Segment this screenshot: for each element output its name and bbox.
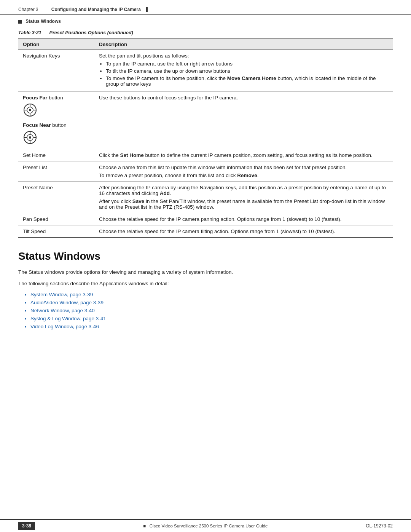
cell-desc-preset-list: Choose a name from this list to update t…: [94, 161, 393, 182]
table-caption-title: Preset Positions Options (continued): [49, 30, 133, 35]
cell-option-preset-list: Preset List: [18, 161, 94, 182]
table-caption: Table 3-21 Preset Positions Options (con…: [18, 30, 393, 35]
link-system-window[interactable]: System Window, page 3-39: [30, 292, 93, 297]
option-label-pan-speed: Pan Speed: [23, 216, 48, 222]
header-bar: [146, 7, 148, 12]
list-item: Network Window, page 3-40: [30, 308, 393, 313]
breadcrumb-text: Status Windows: [25, 19, 61, 24]
cell-option-pan-speed: Pan Speed: [18, 213, 94, 225]
desc-intro: Set the pan and tilt positions as follow…: [99, 53, 388, 59]
preset-list-desc2: To remove a preset position, choose it f…: [99, 173, 388, 178]
status-links-list: System Window, page 3-39 Audio/Video Win…: [30, 292, 393, 329]
cell-desc-pan-speed: Choose the relative speed for the IP cam…: [94, 213, 393, 225]
svg-point-9: [29, 136, 31, 139]
preset-name-desc1: After positioning the IP camera by using…: [99, 185, 388, 196]
list-item: Syslog & Log Window, page 3-41: [30, 316, 393, 321]
section-intro-2: The following sections describe the Appl…: [18, 280, 393, 288]
option-label-preset-name: Preset Name: [23, 185, 53, 190]
cell-option-preset-name: Preset Name: [18, 182, 94, 213]
footer-doc-title: ■ Cisco Video Surveillance 2500 Series I…: [143, 524, 268, 528]
focus-desc: Use these buttons to control focus setti…: [99, 95, 238, 101]
col-header-desc: Description: [94, 39, 393, 50]
main-content: Table 3-21 Preset Positions Options (con…: [0, 30, 411, 329]
cell-desc-preset-name: After positioning the IP camera by using…: [94, 182, 393, 213]
option-label-preset-list: Preset List: [23, 165, 47, 170]
table-row: Preset Name After positioning the IP cam…: [18, 182, 393, 213]
col-header-option: Option: [18, 39, 94, 50]
table-row: Focus Far button Focus Near button: [18, 92, 393, 149]
preset-name-desc2: After you click Save in the Set Pan/Tilt…: [99, 198, 388, 210]
cell-option-focus: Focus Far button Focus Near button: [18, 92, 94, 149]
option-label-set-home: Set Home: [23, 152, 46, 158]
list-item: Video Log Window, page 3-46: [30, 324, 393, 329]
cell-desc-navigation-keys: Set the pan and tilt positions as follow…: [94, 50, 393, 92]
table-caption-label: Table 3-21: [18, 30, 41, 35]
cell-option-tilt-speed: Tilt Speed: [18, 225, 94, 238]
focus-near-label: Focus Near button: [23, 122, 90, 128]
list-item: To tilt the IP camera, use the up or dow…: [106, 68, 388, 74]
focus-near-icon: [23, 130, 37, 145]
cell-desc-set-home: Click the Set Home button to define the …: [94, 149, 393, 161]
cell-option-navigation-keys: Navigation Keys: [18, 50, 94, 92]
footer-doc-num: OL-19273-02: [366, 523, 393, 529]
cell-desc-focus: Use these buttons to control focus setti…: [94, 92, 393, 149]
table-header-row: Option Description: [18, 39, 393, 50]
tilt-speed-desc: Choose the relative speed for the IP cam…: [99, 228, 335, 234]
list-item: System Window, page 3-39: [30, 292, 393, 297]
table-row: Preset List Choose a name from this list…: [18, 161, 393, 182]
table-row: Set Home Click the Set Home button to de…: [18, 149, 393, 161]
link-video-log-window[interactable]: Video Log Window, page 3-46: [30, 324, 99, 329]
section-heading: Status Windows: [18, 250, 393, 262]
breadcrumb-bar: [18, 20, 22, 24]
footer-title-text: Cisco Video Surveillance 2500 Series IP …: [150, 524, 268, 528]
focus-far-icon: [23, 103, 37, 117]
page-footer: 3-38 ■ Cisco Video Surveillance 2500 Ser…: [0, 519, 411, 532]
option-label-navigation-keys: Navigation Keys: [23, 53, 60, 59]
preset-list-desc1: Choose a name from this list to update t…: [99, 165, 388, 170]
set-home-desc: Click the Set Home button to define the …: [99, 152, 373, 158]
cell-option-set-home: Set Home: [18, 149, 94, 161]
table-caption-spacer: [43, 30, 48, 35]
link-syslog-window[interactable]: Syslog & Log Window, page 3-41: [30, 316, 106, 321]
pan-speed-desc: Choose the relative speed for the IP cam…: [99, 216, 342, 222]
breadcrumb: Status Windows: [0, 17, 411, 28]
header-title: Configuring and Managing the IP Camera: [51, 7, 141, 12]
section-intro-1: The Status windows provide options for v…: [18, 268, 393, 276]
table-row: Tilt Speed Choose the relative speed for…: [18, 225, 393, 238]
svg-point-2: [29, 109, 31, 111]
focus-far-label: Focus Far button: [23, 95, 90, 101]
list-item: To move the IP camera to its home positi…: [106, 75, 388, 87]
header-chapter-title: Chapter 3 Configuring and Managing the I…: [18, 7, 148, 12]
link-network-window[interactable]: Network Window, page 3-40: [30, 308, 95, 313]
cell-desc-tilt-speed: Choose the relative speed for the IP cam…: [94, 225, 393, 238]
page-header: Chapter 3 Configuring and Managing the I…: [0, 0, 411, 15]
option-label-tilt-speed: Tilt Speed: [23, 228, 46, 234]
list-item: Audio/Video Window, page 3-39: [30, 300, 393, 305]
footer-page-number: 3-38: [18, 522, 35, 530]
link-audio-video-window[interactable]: Audio/Video Window, page 3-39: [30, 300, 104, 305]
table-row: Pan Speed Choose the relative speed for …: [18, 213, 393, 225]
header-chapter: Chapter 3: [18, 7, 38, 12]
header-separator: [43, 7, 47, 12]
content-table: Option Description Navigation Keys Set t…: [18, 38, 393, 238]
table-row: Navigation Keys Set the pan and tilt pos…: [18, 50, 393, 92]
footer-bar-left: ■: [143, 524, 146, 528]
navigation-bullets: To pan the IP camera, use the left or ri…: [106, 61, 388, 87]
list-item: To pan the IP camera, use the left or ri…: [106, 61, 388, 67]
